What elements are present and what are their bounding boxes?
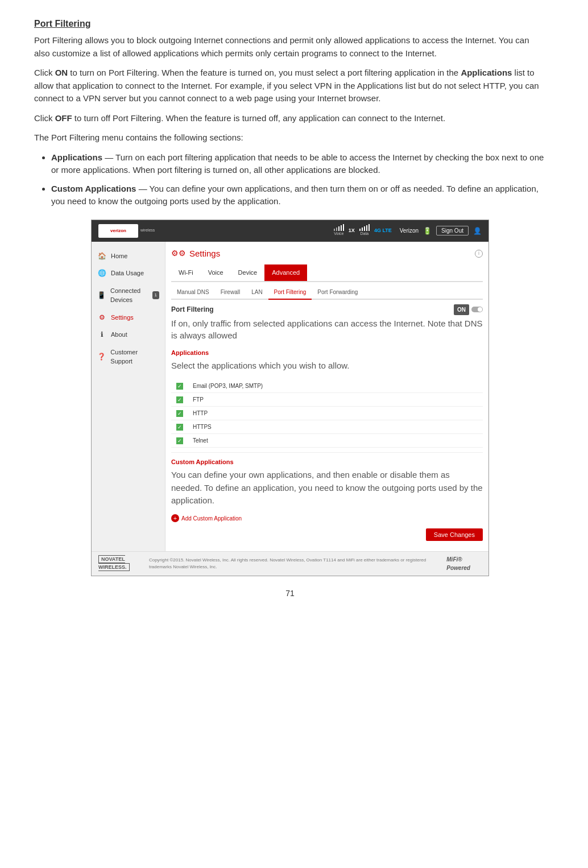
router-body: 🏠 Home 🌐 Data Usage 📱 Connected Devices … — [92, 242, 488, 551]
router-logo: verizon wireless — [98, 224, 155, 238]
mifi-logo: MiFi® Powered — [446, 555, 482, 572]
table-row: ✓ HTTP — [171, 406, 483, 420]
router-footer: NOVATEL WIRELESS. Copyright ©2015. Novat… — [92, 551, 488, 576]
doc-heading: Port Filtering — [34, 17, 546, 31]
customer-support-icon: ❓ — [97, 352, 106, 361]
applications-title: Applications — [171, 348, 483, 358]
add-custom-application-button[interactable]: + Add Custom Application — [171, 514, 483, 523]
sub-tab-firewall[interactable]: Firewall — [215, 286, 246, 299]
sidebar-label-home: Home — [111, 251, 127, 261]
sidebar: 🏠 Home 🌐 Data Usage 📱 Connected Devices … — [92, 242, 165, 551]
app-name-telnet: Telnet — [188, 433, 483, 447]
save-changes-row: Save Changes — [171, 528, 483, 541]
router-header: verizon wireless Voice — [92, 220, 488, 242]
sidebar-item-customer-support[interactable]: ❓ Customer Support — [92, 344, 165, 370]
network-type: 1X — [349, 227, 355, 235]
toggle-on-label: ON — [454, 304, 469, 315]
sidebar-label-data-usage: Data Usage — [111, 268, 144, 278]
battery-icon: 🔋 — [423, 226, 432, 236]
wireless-text: wireless — [140, 228, 155, 234]
user-icon: 👤 — [473, 226, 482, 236]
tab-wifi[interactable]: Wi-Fi — [171, 264, 201, 281]
app-name-ftp: FTP — [188, 392, 483, 406]
toggle-group[interactable]: ON — [454, 304, 483, 315]
sub-tab-port-forwarding[interactable]: Port Forwarding — [312, 286, 363, 299]
table-row: ✓ Email (POP3, IMAP, SMTP) — [171, 379, 483, 393]
sidebar-item-data-usage[interactable]: 🌐 Data Usage — [92, 264, 165, 282]
sidebar-item-settings[interactable]: ⚙ Settings — [92, 309, 165, 326]
data-status: Data — [359, 224, 370, 237]
sidebar-label-settings: Settings — [111, 313, 134, 323]
settings-header: ⚙⚙ Settings i — [171, 247, 483, 261]
novatel-brand: NOVATEL WIRELESS. — [98, 555, 130, 571]
vz-logo-text: verizon — [110, 228, 126, 234]
sign-out-button[interactable]: Sign Out — [436, 226, 469, 235]
checkbox-checked-telnet[interactable]: ✓ — [176, 437, 183, 444]
checkbox-checked-email[interactable]: ✓ — [176, 383, 183, 390]
voice-status: Voice — [334, 224, 344, 237]
sub-tab-lan[interactable]: LAN — [246, 286, 268, 299]
document-content: Port Filtering Port Filtering allows you… — [34, 17, 546, 600]
main-tab-bar: Wi-Fi Voice Device Advanced — [171, 264, 483, 282]
sub-tab-port-filtering[interactable]: Port Filtering — [268, 286, 312, 300]
novatel-logo: NOVATEL WIRELESS. — [98, 556, 149, 571]
checkbox-telnet[interactable]: ✓ — [171, 433, 188, 447]
sidebar-label-about: About — [111, 330, 127, 340]
port-filtering-title-row: Port Filtering ON — [171, 304, 483, 315]
doc-list-item-1: Applications — Turn on each port filteri… — [51, 151, 546, 177]
sidebar-label-customer-support: Customer Support — [110, 348, 159, 366]
port-filtering-desc: If on, only traffic from selected applic… — [171, 317, 483, 341]
custom-applications-desc: You can define your own applications, an… — [171, 469, 483, 507]
app-name-email: Email (POP3, IMAP, SMTP) — [188, 379, 483, 393]
home-icon: 🏠 — [97, 251, 106, 261]
sub-tab-bar: Manual DNS Firewall LAN Port Filtering P… — [171, 286, 483, 300]
data-signal — [359, 224, 370, 231]
toggle-slider[interactable] — [471, 307, 483, 312]
save-changes-button[interactable]: Save Changes — [426, 528, 483, 541]
doc-para-1: Port Filtering allows you to block outgo… — [34, 34, 546, 60]
header-icons: Voice 1X Data 4G LTE — [334, 224, 482, 237]
about-icon: ℹ — [97, 330, 106, 339]
checkbox-ftp[interactable]: ✓ — [171, 392, 188, 406]
carrier-name: Verizon — [400, 226, 419, 235]
data-label: Data — [360, 231, 368, 237]
device-screenshot: verizon wireless Voice — [91, 220, 489, 576]
checkbox-checked-ftp[interactable]: ✓ — [176, 396, 183, 403]
table-row: ✓ Telnet — [171, 433, 483, 447]
add-custom-label: Add Custom Application — [181, 514, 242, 523]
main-content: ⚙⚙ Settings i Wi-Fi Voice Device Advance… — [165, 242, 488, 551]
sidebar-item-connected-devices[interactable]: 📱 Connected Devices 1 — [92, 282, 165, 309]
applications-tbody: ✓ Email (POP3, IMAP, SMTP) ✓ FTP ✓ HTTP — [171, 379, 483, 448]
data-usage-icon: 🌐 — [97, 268, 106, 278]
checkbox-checked-https[interactable]: ✓ — [176, 424, 183, 431]
footer-copyright: Copyright ©2015. Novatel Wireless, Inc. … — [149, 557, 446, 571]
sidebar-label-connected-devices: Connected Devices — [110, 286, 148, 305]
voice-signal — [334, 224, 344, 231]
doc-para-2: Click ON to turn on Port Filtering. When… — [34, 67, 546, 105]
sidebar-item-about[interactable]: ℹ About — [92, 326, 165, 344]
app-name-http: HTTP — [188, 406, 483, 420]
doc-list-term-2: Custom Applications — [51, 184, 136, 193]
checkbox-https[interactable]: ✓ — [171, 420, 188, 433]
tab-device[interactable]: Device — [231, 264, 265, 281]
table-row: ✓ HTTPS — [171, 420, 483, 433]
app-name-https: HTTPS — [188, 420, 483, 433]
tab-voice[interactable]: Voice — [201, 264, 231, 281]
doc-para-3: Click OFF to turn off Port Filtering. Wh… — [34, 112, 546, 125]
settings-gear-icon: ⚙⚙ — [171, 247, 186, 259]
checkbox-email[interactable]: ✓ — [171, 379, 188, 393]
add-icon: + — [171, 514, 179, 522]
tab-advanced[interactable]: Advanced — [264, 264, 307, 281]
checkbox-checked-http[interactable]: ✓ — [176, 410, 183, 417]
info-icon[interactable]: i — [475, 250, 483, 258]
port-filtering-title: Port Filtering — [171, 304, 214, 315]
doc-list-desc-1: — Turn on each port filtering applicatio… — [51, 152, 544, 175]
applications-desc: Select the applications which you wish t… — [171, 359, 483, 373]
sidebar-item-home[interactable]: 🏠 Home — [92, 247, 165, 265]
connected-devices-icon: 📱 — [97, 291, 106, 300]
checkbox-http[interactable]: ✓ — [171, 406, 188, 420]
sub-tab-manual-dns[interactable]: Manual DNS — [171, 286, 215, 299]
doc-list-term-1: Applications — [51, 152, 102, 162]
connected-devices-badge: 1 — [152, 291, 159, 299]
settings-icon: ⚙ — [97, 313, 106, 322]
